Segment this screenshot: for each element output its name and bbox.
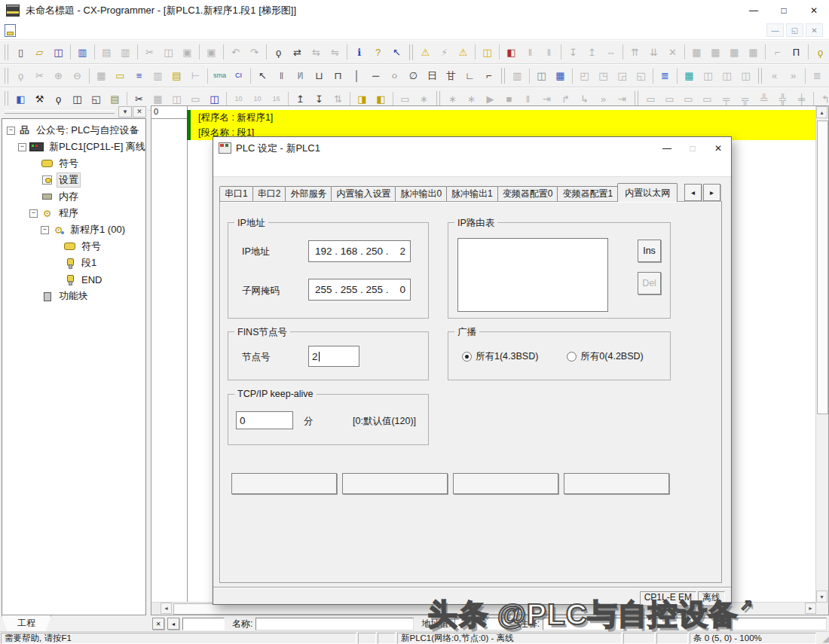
mdi-restore-button[interactable]: ◱ bbox=[786, 23, 803, 37]
compile-button[interactable]: ▥ bbox=[73, 43, 92, 61]
ip-router-table-list[interactable] bbox=[457, 238, 608, 312]
vertical-scrollbar[interactable]: ▲ ▼ bbox=[815, 106, 828, 603]
statement-list-button[interactable]: ≡ bbox=[130, 67, 148, 85]
tree-item-symbols[interactable]: 符号 bbox=[2, 155, 145, 172]
radio-all-ones[interactable]: 所有1(4.3BSD) bbox=[462, 350, 538, 363]
maximize-button[interactable]: □ bbox=[769, 0, 799, 21]
replace-button[interactable]: ⇄ bbox=[288, 43, 307, 61]
expander-icon[interactable]: − bbox=[7, 127, 15, 135]
help-button[interactable]: ? bbox=[369, 43, 387, 61]
dialog-minimize-button[interactable]: — bbox=[654, 137, 680, 159]
ci-window-button[interactable]: CI bbox=[229, 67, 248, 85]
tree-item-new-program[interactable]: − 新程序1 (00) bbox=[2, 221, 145, 238]
annotation-view-button[interactable]: ◫ bbox=[717, 67, 736, 85]
memory-card-button[interactable]: ▦ bbox=[725, 43, 744, 61]
zoom-button[interactable]: ϙ bbox=[11, 67, 30, 85]
plc-clock-button[interactable]: ▦ bbox=[744, 43, 763, 61]
fins-tcp-settings-button[interactable] bbox=[231, 473, 337, 494]
auto-online-button[interactable]: ⚡ bbox=[435, 43, 454, 61]
mnemonic-view-button[interactable]: ▥ bbox=[148, 67, 167, 85]
zoom-out-button[interactable]: ⊖ bbox=[68, 67, 87, 85]
sma-table-button[interactable]: sma bbox=[210, 67, 229, 85]
tab-pulse-output0[interactable]: 脉冲输出0 bbox=[395, 186, 447, 201]
force-on-button[interactable]: ⇈ bbox=[626, 43, 644, 61]
tree-view-button[interactable]: ⊢ bbox=[186, 67, 205, 85]
horizontal-line-button[interactable]: ─ bbox=[366, 67, 385, 85]
goto-input-button[interactable]: ◰ bbox=[575, 67, 594, 85]
step-trace-button[interactable]: ⌐ bbox=[768, 43, 787, 61]
new-file-button[interactable]: ▯ bbox=[11, 43, 30, 61]
tree-item-program-symbols[interactable]: 符号 bbox=[2, 238, 145, 255]
tab-builtin-ethernet[interactable]: 内置以太网 bbox=[617, 183, 678, 202]
set-password-button[interactable]: ϙ bbox=[811, 43, 829, 61]
symbol-table-button[interactable]: ≣ bbox=[656, 67, 675, 85]
rung-display-button[interactable]: ▤ bbox=[167, 67, 186, 85]
tree-item-plc[interactable]: − 新PLC1[CP1L-E] 离线 bbox=[2, 139, 145, 155]
indent-button[interactable]: » bbox=[784, 67, 803, 85]
erase-segment-button[interactable]: ⌐ bbox=[479, 67, 498, 85]
plc-settings-button[interactable]: ▦ bbox=[706, 43, 725, 61]
about-button[interactable]: ℹ bbox=[350, 43, 369, 61]
resize-grip-icon[interactable]: ◢ bbox=[817, 632, 829, 644]
tree-item-end[interactable]: END bbox=[2, 271, 145, 288]
print-preview-button[interactable]: ▥ bbox=[116, 43, 135, 61]
comment-field[interactable] bbox=[543, 618, 827, 630]
tab-inverter-config1[interactable]: 变频器配置1 bbox=[557, 186, 618, 201]
vertical-line-button[interactable]: │ bbox=[347, 67, 366, 85]
zoom-to-selection-button[interactable]: ✂ bbox=[30, 67, 49, 85]
force-off-button[interactable]: ⇊ bbox=[644, 43, 663, 61]
scroll-down-button[interactable]: ▼ bbox=[816, 591, 827, 603]
open-file-button[interactable]: ▱ bbox=[30, 43, 49, 61]
minimize-button[interactable]: — bbox=[739, 0, 769, 21]
radio-button-icon[interactable] bbox=[567, 352, 577, 362]
tab-inverter-config0[interactable]: 变频器配置0 bbox=[497, 186, 558, 201]
node-number-field[interactable]: 2 bbox=[308, 346, 359, 367]
find-button[interactable]: ϙ bbox=[269, 43, 288, 61]
keepalive-field[interactable]: 0 bbox=[236, 411, 293, 429]
grid-button[interactable]: ▦ bbox=[92, 67, 111, 85]
close-button[interactable]: ✕ bbox=[799, 0, 829, 21]
subnet-mask-field[interactable]: 255 . 255 . 255 . 0 bbox=[308, 279, 411, 301]
rung-comment-button[interactable]: ▭ bbox=[111, 67, 130, 85]
copy-button[interactable]: ◫ bbox=[159, 43, 178, 61]
tab-pulse-output1[interactable]: 脉冲输出1 bbox=[446, 186, 498, 201]
ip-address-field[interactable]: 192 . 168 . 250 . 2 bbox=[308, 240, 411, 262]
radio-all-zeros[interactable]: 所有0(4.2BSD) bbox=[567, 350, 643, 363]
goto-output-button[interactable]: ◳ bbox=[594, 67, 613, 85]
tree-item-settings[interactable]: 设置 bbox=[2, 172, 145, 188]
save-button[interactable]: ◫ bbox=[49, 43, 68, 61]
vertical-scrollbar-thumb[interactable] bbox=[817, 121, 828, 414]
tab-external-service[interactable]: 外部服务 bbox=[285, 186, 332, 201]
context-help-button[interactable]: ↖ bbox=[387, 43, 406, 61]
expander-icon[interactable]: − bbox=[29, 209, 38, 218]
compare-with-plc-button[interactable]: ⇔ bbox=[601, 43, 620, 61]
tab-builtin-input[interactable]: 内置输入设置 bbox=[331, 186, 396, 201]
scroll-up-button[interactable]: ▲ bbox=[816, 106, 827, 118]
force-cancel-button[interactable]: ✕ bbox=[663, 43, 682, 61]
tree-item-function-blocks[interactable]: 功能块 bbox=[2, 288, 145, 304]
goto-next-address-button[interactable]: ◲ bbox=[613, 67, 632, 85]
plc-monitor-button[interactable]: ◫ bbox=[478, 43, 497, 61]
new-coil-button[interactable]: ○ bbox=[385, 67, 404, 85]
new-or-closed-contact-button[interactable]: ⊓ bbox=[329, 67, 347, 85]
goto-next-jump-button[interactable]: ◱ bbox=[632, 67, 650, 85]
dns-settings-button[interactable] bbox=[453, 473, 558, 494]
expander-icon[interactable]: − bbox=[41, 226, 49, 234]
print-button[interactable]: ▤ bbox=[97, 43, 116, 61]
name-field[interactable] bbox=[255, 618, 414, 630]
new-closed-contact-button[interactable]: |/| bbox=[291, 67, 310, 85]
new-instruction-nc-button[interactable]: 甘 bbox=[442, 67, 460, 85]
monitor-online-button[interactable]: ⚠ bbox=[454, 43, 473, 61]
mdi-close-button[interactable]: ✕ bbox=[806, 23, 823, 37]
clock-auto-adjust-button[interactable] bbox=[564, 473, 669, 494]
transfer-from-plc-button[interactable]: ↥ bbox=[583, 43, 601, 61]
tree-item-programs[interactable]: − 程序 bbox=[2, 205, 145, 221]
time-chart-button[interactable]: Π bbox=[787, 43, 806, 61]
new-closed-coil-button[interactable]: ∅ bbox=[404, 67, 423, 85]
insert-route-button[interactable]: Ins bbox=[638, 240, 661, 262]
transfer-to-plc-button[interactable]: ↧ bbox=[564, 43, 583, 61]
mdi-minimize-button[interactable]: — bbox=[766, 23, 784, 37]
comment-view-button[interactable]: ◫ bbox=[699, 67, 717, 85]
new-contact-button[interactable]: || bbox=[272, 67, 291, 85]
new-or-contact-button[interactable]: ⊔ bbox=[310, 67, 329, 85]
